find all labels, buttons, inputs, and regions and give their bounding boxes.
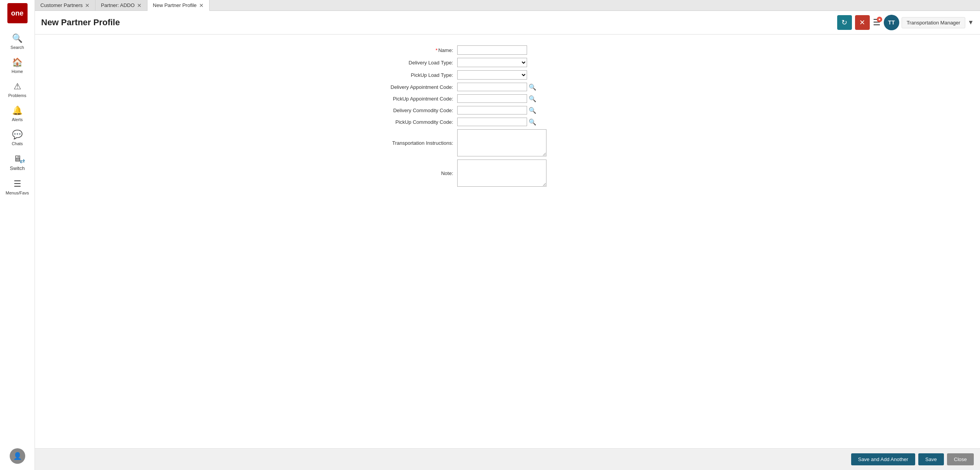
delivery-commodity-code-label: Delivery Commodity Code: xyxy=(372,104,457,116)
pickup-commodity-code-label: PickUp Commodity Code: xyxy=(372,116,457,128)
transportation-instructions-label: Transportation Instructions: xyxy=(372,128,457,158)
app-logo[interactable]: one xyxy=(7,3,28,23)
sidebar-item-label: Chats xyxy=(12,141,23,146)
tab-partner-addo[interactable]: Partner: ADDO ✕ xyxy=(95,0,147,10)
pickup-load-type-control xyxy=(457,69,644,81)
home-icon: 🏠 xyxy=(12,57,23,68)
delivery-commodity-code-input[interactable] xyxy=(457,106,527,114)
sidebar-bottom: 👤 xyxy=(0,448,35,467)
tab-close-icon[interactable]: ✕ xyxy=(137,3,142,8)
discard-button[interactable]: ✕ xyxy=(855,15,870,30)
pickup-load-type-label: PickUp Load Type: xyxy=(372,69,457,81)
sidebar-item-switch[interactable]: 🖥 ⇄ Switch xyxy=(0,150,35,175)
delivery-appt-code-search-button[interactable]: 🔍 xyxy=(529,83,536,91)
tab-customer-partners[interactable]: Customer Partners ✕ xyxy=(35,0,95,10)
pickup-appt-code-input[interactable] xyxy=(457,94,527,103)
menus-icon: ☰ xyxy=(14,179,21,189)
sidebar-item-chats[interactable]: 💬 Chats xyxy=(0,126,35,150)
tab-new-partner-profile[interactable]: New Partner Profile ✕ xyxy=(147,0,210,11)
pickup-commodity-code-control: 🔍 xyxy=(457,116,644,128)
delivery-commodity-code-search-button[interactable]: 🔍 xyxy=(529,107,536,114)
user-avatar-sidebar[interactable]: 👤 xyxy=(10,448,25,464)
transportation-instructions-textarea[interactable] xyxy=(457,129,546,156)
delivery-appt-code-input[interactable] xyxy=(457,83,527,91)
magnify-icon: 🔍 xyxy=(529,118,536,126)
magnify-icon: 🔍 xyxy=(529,95,536,102)
page-title: New Partner Profile xyxy=(41,17,834,28)
chat-icon: 💬 xyxy=(12,130,23,140)
notification-badge: ★ xyxy=(877,17,882,22)
required-indicator: * xyxy=(435,47,437,53)
sidebar-item-label: Switch xyxy=(10,165,24,171)
save-and-add-another-button[interactable]: Save and Add Another xyxy=(851,453,915,465)
pickup-appt-code-search-button[interactable]: 🔍 xyxy=(529,95,536,102)
warning-icon: ⚠ xyxy=(14,82,21,92)
tab-bar: Customer Partners ✕ Partner: ADDO ✕ New … xyxy=(35,0,980,11)
delivery-commodity-code-control: 🔍 xyxy=(457,104,644,116)
tab-label: Customer Partners xyxy=(40,2,83,8)
sidebar-item-problems[interactable]: ⚠ Problems xyxy=(0,78,35,102)
menu-button[interactable]: ☰ ★ xyxy=(873,17,881,28)
delivery-load-type-select[interactable] xyxy=(457,58,527,67)
chevron-down-icon[interactable]: ▼ xyxy=(968,19,974,26)
form-content: * Name: Delivery Load Type: PickUp Load … xyxy=(35,35,980,448)
tab-close-icon[interactable]: ✕ xyxy=(199,3,204,8)
bell-icon: 🔔 xyxy=(12,106,23,116)
pickup-appt-code-label: PickUp Appointment Code: xyxy=(372,93,457,104)
tab-label: New Partner Profile xyxy=(153,2,197,8)
save-button[interactable]: Save xyxy=(918,453,944,465)
name-control xyxy=(457,44,644,56)
sidebar-item-alerts[interactable]: 🔔 Alerts xyxy=(0,102,35,126)
magnify-icon: 🔍 xyxy=(529,107,536,114)
pickup-commodity-code-input[interactable] xyxy=(457,118,527,126)
note-label: Note: xyxy=(372,158,457,188)
sidebar-item-home[interactable]: 🏠 Home xyxy=(0,54,35,78)
delivery-load-type-control xyxy=(457,56,644,69)
close-button[interactable]: Close xyxy=(947,453,974,465)
refresh-icon: ↻ xyxy=(841,18,847,27)
delivery-appt-code-label: Delivery Appointment Code: xyxy=(372,81,457,93)
sidebar-item-label: Problems xyxy=(8,93,26,98)
tab-close-icon[interactable]: ✕ xyxy=(85,3,90,8)
note-textarea[interactable] xyxy=(457,160,546,187)
sidebar-item-label: Search xyxy=(10,45,24,50)
search-icon: 🔍 xyxy=(12,33,23,43)
sidebar: one 🔍 Search 🏠 Home ⚠ Problems 🔔 Alerts … xyxy=(0,0,35,470)
user-name-display: Transportation Manager xyxy=(902,17,965,28)
toolbar: New Partner Profile ↻ ✕ ☰ ★ TT Transport… xyxy=(35,11,980,35)
main-area: Customer Partners ✕ Partner: ADDO ✕ New … xyxy=(35,0,980,470)
transportation-instructions-control xyxy=(457,128,644,158)
delivery-load-type-label: Delivery Load Type: xyxy=(372,56,457,69)
tab-label: Partner: ADDO xyxy=(101,2,135,8)
magnify-icon: 🔍 xyxy=(529,83,536,91)
delivery-appt-code-control: 🔍 xyxy=(457,81,644,93)
name-label: * Name: xyxy=(372,44,457,56)
footer: Save and Add Another Save Close xyxy=(35,448,980,470)
pickup-load-type-select[interactable] xyxy=(457,70,527,80)
pickup-commodity-code-search-button[interactable]: 🔍 xyxy=(529,118,536,126)
pickup-appt-code-control: 🔍 xyxy=(457,93,644,104)
note-control xyxy=(457,158,644,188)
user-avatar[interactable]: TT xyxy=(884,15,899,30)
sidebar-item-label: Alerts xyxy=(12,117,23,122)
switch-arrows-icon: ⇄ xyxy=(20,157,25,165)
close-icon: ✕ xyxy=(859,18,865,27)
sidebar-item-search[interactable]: 🔍 Search xyxy=(0,29,35,54)
sidebar-item-label: Menus/Favs xyxy=(6,191,29,195)
name-input[interactable] xyxy=(457,45,527,55)
sidebar-item-menus[interactable]: ☰ Menus/Favs xyxy=(0,175,35,199)
form-grid: * Name: Delivery Load Type: PickUp Load … xyxy=(372,44,644,188)
user-area: TT Transportation Manager ▼ xyxy=(884,15,974,30)
sidebar-item-label: Home xyxy=(12,69,23,74)
refresh-button[interactable]: ↻ xyxy=(837,15,852,30)
